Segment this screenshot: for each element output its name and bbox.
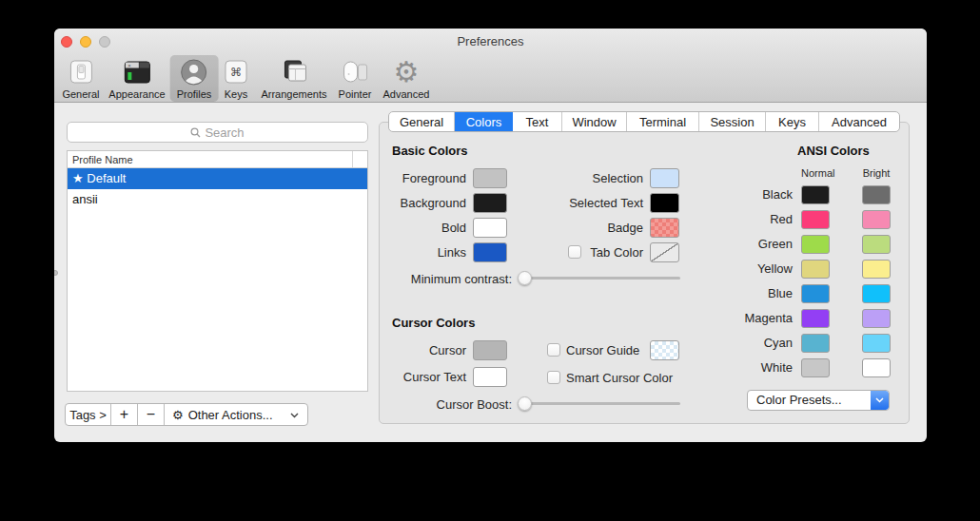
cursor-color-well[interactable] <box>473 340 507 360</box>
ansi-row-yellow: Yellow <box>711 260 891 279</box>
bold-color-well[interactable] <box>473 218 507 238</box>
tab-keys[interactable]: Keys <box>766 112 819 131</box>
selection-color-well[interactable] <box>650 168 679 188</box>
tab-window[interactable]: Window <box>562 112 627 131</box>
cursor-colors-title: Cursor Colors <box>392 316 475 330</box>
other-actions-label: Other Actions... <box>188 408 273 422</box>
tab-colors[interactable]: Colors <box>455 112 513 131</box>
background-row: Background <box>390 193 507 213</box>
background-color-well[interactable] <box>473 193 507 213</box>
smart-cursor-row: Smart Cursor Color <box>547 368 709 388</box>
table-scrollbar-cell <box>352 151 367 167</box>
preferences-window: Preferences General × Appearance Profile… <box>54 29 927 442</box>
ansi-black-normal-well[interactable] <box>801 185 830 204</box>
toolbar-item-arrangements[interactable]: Arrangements <box>254 55 333 102</box>
badge-color-well[interactable] <box>650 218 679 238</box>
ansi-white-bright-well[interactable] <box>862 358 891 377</box>
search-input[interactable]: Search <box>67 122 368 143</box>
toolbar-item-advanced[interactable]: ⚙ Advanced <box>377 55 437 102</box>
window-title: Preferences <box>54 34 927 48</box>
windows-icon <box>279 57 309 87</box>
cursor-boost-knob[interactable] <box>518 396 532 411</box>
gear-icon: ⚙ <box>391 57 421 87</box>
minimum-contrast-slider[interactable] <box>519 277 680 280</box>
svg-text:×: × <box>127 63 131 68</box>
profile-table-header: Profile Name <box>68 151 367 168</box>
badge-row: Badge <box>511 218 679 238</box>
ansi-row-blue: Blue <box>711 284 891 303</box>
cursor-guide-checkbox[interactable] <box>547 343 560 357</box>
smart-cursor-checkbox[interactable] <box>547 371 560 384</box>
tab-text[interactable]: Text <box>513 112 562 131</box>
command-key-icon: ⌘ <box>221 57 251 87</box>
splitter-handle[interactable] <box>54 270 58 276</box>
window-chrome: Preferences General × Appearance Profile… <box>54 29 927 103</box>
cursor-text-row: Cursor Text <box>390 367 507 387</box>
profile-footer-buttons: Tags > + − ⚙ Other Actions... <box>65 403 308 426</box>
search-placeholder: Search <box>205 125 244 140</box>
ansi-normal-header: Normal <box>801 167 830 179</box>
ansi-row-green: Green <box>711 235 891 254</box>
ansi-magenta-bright-well[interactable] <box>862 309 891 328</box>
search-icon <box>190 127 201 138</box>
selected-text-color-well[interactable] <box>650 193 679 213</box>
cursor-guide-row: Cursor Guide <box>547 340 699 360</box>
tab-bar: General Colors Text Window Terminal Sess… <box>388 111 900 132</box>
switch-icon <box>66 57 96 87</box>
cursor-boost-slider[interactable] <box>519 402 680 405</box>
chevron-down-icon <box>290 413 299 418</box>
tab-advanced[interactable]: Advanced <box>819 112 899 131</box>
ansi-yellow-normal-well[interactable] <box>801 260 830 279</box>
foreground-row: Foreground <box>390 168 507 188</box>
tab-session[interactable]: Session <box>699 112 766 131</box>
profile-row-ansii[interactable]: ansii <box>68 189 367 210</box>
selected-text-row: Selected Text <box>511 193 679 213</box>
tab-general[interactable]: General <box>389 112 455 131</box>
person-icon <box>179 57 209 87</box>
ansi-white-normal-well[interactable] <box>801 358 830 377</box>
add-profile-button[interactable]: + <box>111 404 138 425</box>
color-presets-label: Color Presets... <box>756 393 842 407</box>
ansi-green-bright-well[interactable] <box>862 235 891 254</box>
ansi-red-normal-well[interactable] <box>801 210 830 229</box>
other-actions-button[interactable]: ⚙ Other Actions... <box>165 404 307 425</box>
selection-row: Selection <box>511 168 679 188</box>
ansi-row-magenta: Magenta <box>711 309 891 328</box>
ansi-blue-normal-well[interactable] <box>801 284 830 303</box>
svg-text:⌘: ⌘ <box>230 66 242 79</box>
tab-color-well[interactable] <box>650 242 679 262</box>
profile-row-default[interactable]: ★ Default <box>68 168 367 189</box>
ansi-row-black: Black <box>711 185 891 204</box>
ansi-row-cyan: Cyan <box>711 334 891 353</box>
remove-profile-button[interactable]: − <box>138 404 165 425</box>
bold-row: Bold <box>390 218 507 238</box>
toolbar-item-profiles[interactable]: Profiles <box>170 55 219 102</box>
links-color-well[interactable] <box>473 242 507 262</box>
toolbar-item-keys[interactable]: ⌘ Keys <box>214 55 258 102</box>
cursor-text-color-well[interactable] <box>473 367 507 387</box>
profile-table: Profile Name ★ Default ansii <box>67 150 368 392</box>
ansi-cyan-bright-well[interactable] <box>862 334 891 353</box>
ansi-magenta-normal-well[interactable] <box>801 309 830 328</box>
chevron-down-icon <box>871 391 889 410</box>
ansi-yellow-bright-well[interactable] <box>862 260 891 279</box>
tags-button[interactable]: Tags > <box>66 404 111 425</box>
foreground-color-well[interactable] <box>473 168 507 188</box>
ansi-colors-title: ANSI Colors <box>797 144 870 158</box>
basic-colors-title: Basic Colors <box>392 144 467 158</box>
tab-terminal[interactable]: Terminal <box>627 112 699 131</box>
toolbar-item-appearance[interactable]: × Appearance <box>102 55 171 102</box>
ansi-green-normal-well[interactable] <box>801 235 830 254</box>
toolbar-item-general[interactable]: General <box>55 55 106 102</box>
color-presets-dropdown[interactable]: Color Presets... <box>747 390 890 411</box>
cursor-row: Cursor <box>390 340 507 360</box>
toolbar-item-pointer[interactable]: Pointer <box>332 55 379 102</box>
ansi-black-bright-well[interactable] <box>862 185 891 204</box>
cursor-guide-color-well[interactable] <box>650 340 679 360</box>
ansi-red-bright-well[interactable] <box>862 210 891 229</box>
toolbar-item-label: Arrangements <box>261 88 326 100</box>
ansi-blue-bright-well[interactable] <box>862 284 891 303</box>
minimum-contrast-knob[interactable] <box>518 271 532 285</box>
ansi-cyan-normal-well[interactable] <box>801 334 830 353</box>
toolbar-item-label: Advanced <box>383 88 430 100</box>
